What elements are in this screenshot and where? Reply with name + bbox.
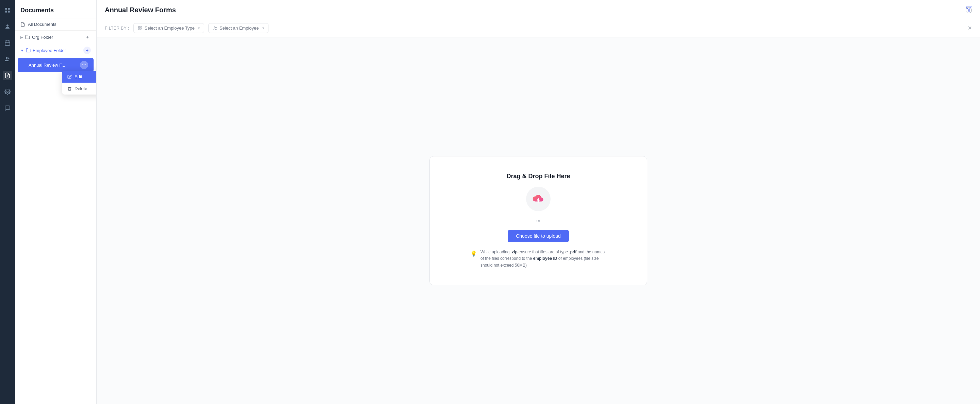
svg-rect-1 [8, 8, 10, 10]
svg-rect-5 [5, 41, 10, 46]
context-menu-delete[interactable]: Delete [62, 82, 97, 95]
employee-type-icon [138, 26, 143, 31]
filter-icon [966, 6, 972, 12]
svg-point-9 [6, 57, 8, 59]
employee-placeholder: Select an Employee [220, 25, 259, 31]
main-content: Annual Review Forms i FILTER BY : Select… [97, 0, 980, 404]
upload-note: 💡 While uploading .zip ensure that files… [470, 249, 606, 269]
employee-select-icon [213, 26, 218, 31]
employee-type-select[interactable]: Select an Employee Type ▾ [134, 23, 204, 33]
employee-folder-label: Employee Folder [33, 48, 66, 53]
sidebar-item-all-documents[interactable]: All Documents [15, 18, 96, 31]
team-icon[interactable] [3, 54, 12, 64]
note-text: While uploading .zip ensure that files a… [480, 249, 606, 269]
svg-rect-15 [138, 26, 140, 27]
svg-rect-0 [5, 8, 7, 10]
drag-drop-title: Drag & Drop File Here [506, 173, 570, 180]
svg-rect-2 [5, 11, 7, 13]
delete-label: Delete [75, 86, 88, 91]
note-icon: 💡 [470, 249, 477, 258]
filter-by-label: FILTER BY : [105, 26, 129, 31]
svg-rect-16 [140, 26, 142, 27]
sidebar-folder-org[interactable]: ▶ Org Folder + [15, 31, 96, 44]
svg-point-20 [215, 27, 216, 28]
choose-file-button[interactable]: Choose file to upload [508, 230, 569, 242]
org-folder-label: Org Folder [32, 35, 53, 40]
annual-review-more-button[interactable]: ··· [80, 61, 88, 69]
employee-folder-add-button[interactable]: + [83, 47, 91, 54]
upload-container: Drag & Drop File Here - or - Choose file… [97, 37, 980, 404]
upload-box: Drag & Drop File Here - or - Choose file… [430, 156, 647, 285]
svg-point-4 [6, 24, 8, 27]
page-title: Annual Review Forms [105, 6, 962, 19]
edit-icon [67, 74, 72, 79]
dashboard-icon[interactable] [3, 5, 12, 15]
edit-label: Edit [75, 74, 82, 79]
page-header: Annual Review Forms i [97, 0, 980, 19]
top-filter-icon[interactable] [966, 6, 972, 14]
svg-rect-3 [8, 11, 10, 13]
svg-rect-18 [140, 29, 142, 30]
svg-marker-14 [966, 7, 972, 11]
svg-point-10 [8, 57, 10, 59]
icon-nav [0, 0, 15, 404]
sidebar-item-annual-review[interactable]: Annual Review F... ··· Edit Delete [18, 58, 94, 72]
filter-close-button[interactable]: × [968, 24, 972, 32]
context-menu-edit[interactable]: Edit [62, 71, 97, 82]
annual-review-label: Annual Review F... [29, 63, 65, 68]
user-icon[interactable] [3, 22, 12, 31]
calendar-icon[interactable] [3, 38, 12, 48]
upload-icon-circle [526, 187, 550, 211]
documents-icon[interactable] [3, 71, 12, 80]
org-folder-chevron: ▶ [21, 35, 23, 39]
filter-bar: FILTER BY : Select an Employee Type ▾ Se… [97, 19, 980, 37]
cloud-upload-icon [532, 193, 544, 205]
settings-icon[interactable] [3, 87, 12, 97]
svg-rect-17 [138, 29, 140, 30]
svg-point-13 [7, 91, 8, 93]
sidebar: Documents All Documents ▶ Org Folder + ▼… [15, 0, 97, 404]
employee-select[interactable]: Select an Employee ▾ [208, 23, 269, 33]
employee-folder-icon [26, 48, 30, 53]
chat-icon[interactable] [3, 103, 12, 113]
all-docs-icon [21, 22, 25, 27]
org-folder-icon [25, 35, 30, 40]
all-docs-label: All Documents [28, 22, 56, 27]
or-text: - or - [533, 218, 543, 223]
sidebar-title: Documents [15, 0, 96, 18]
employee-folder-chevron: ▼ [21, 49, 24, 52]
employee-type-chevron: ▾ [198, 26, 200, 30]
context-menu: Edit Delete [62, 71, 97, 95]
delete-icon [67, 86, 72, 91]
svg-point-19 [214, 27, 215, 28]
sidebar-folder-employee[interactable]: ▼ Employee Folder + [15, 44, 96, 57]
employee-type-placeholder: Select an Employee Type [145, 25, 195, 31]
employee-chevron: ▾ [262, 26, 264, 30]
org-folder-add-button[interactable]: + [84, 34, 91, 40]
